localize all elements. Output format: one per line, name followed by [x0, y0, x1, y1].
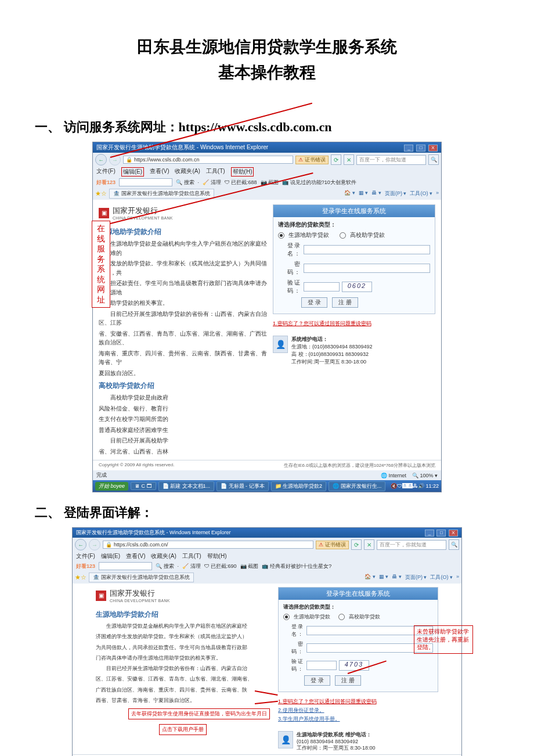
toolbar-search[interactable]: 🔍 搜索: [176, 179, 194, 186]
user-manual-link[interactable]: 3.学生用户系统使用手册。: [278, 715, 438, 723]
refresh-button[interactable]: ⟳: [351, 539, 362, 550]
minimize-button[interactable]: _: [404, 145, 413, 152]
address-bar[interactable]: 🔒 https://www.csls.cdb.com.cn: [123, 156, 293, 164]
menu-help[interactable]: 帮助(H): [231, 167, 254, 177]
close-button[interactable]: X: [428, 145, 438, 152]
menu-file[interactable]: 文件(F): [96, 167, 116, 177]
toolbar-topic[interactable]: 📺 说见过的功能?10大创意软件: [282, 179, 356, 186]
callout-download-manual: 点击下载用户手册: [159, 724, 207, 735]
menu-view[interactable]: 查看(V): [126, 552, 145, 560]
tools-menu[interactable]: 工具(O) ▾: [430, 574, 453, 581]
toolbar-clean[interactable]: 🧹 清理: [182, 563, 201, 570]
search-button[interactable]: 🔍: [428, 154, 439, 165]
menu-help[interactable]: 帮助(H): [207, 552, 227, 560]
captcha-input[interactable]: [306, 661, 337, 670]
bank-logo: ▣ 国家开发银行 CHINA DEVELOPMENT BANK: [96, 587, 270, 606]
maximize-button[interactable]: □: [416, 145, 425, 152]
start-button[interactable]: 开始 boyee: [95, 482, 128, 491]
overflow-icon[interactable]: »: [436, 190, 439, 197]
hao123-logo[interactable]: 好看123: [96, 179, 116, 186]
toolbar-dropdown[interactable]: [119, 178, 172, 186]
username-input[interactable]: [304, 245, 430, 254]
menu-fav[interactable]: 收藏夹(A): [175, 167, 200, 177]
tools-menu[interactable]: 工具(O) ▾: [410, 190, 432, 197]
toolbar-block[interactable]: 🛡 已拦截:690: [204, 563, 237, 570]
menu-edit[interactable]: 编辑(E): [101, 552, 120, 560]
search-button[interactable]: 🔍: [449, 539, 459, 550]
menu-edit[interactable]: 编辑(E): [121, 167, 144, 177]
address-bar[interactable]: 🔒 https://csls.cdb.com.cn/: [103, 541, 313, 549]
register-button[interactable]: 注 册: [332, 297, 358, 308]
feed-icon[interactable]: ▦ ▾: [379, 574, 389, 581]
menu-view[interactable]: 查看(V): [150, 167, 169, 177]
status-zoom[interactable]: 🔍 100% ▾: [412, 473, 438, 478]
browser-tab[interactable]: 🏦 国家开发银行生源地助学贷款信息系统: [109, 189, 214, 199]
browser-tab[interactable]: 🏦 国家开发银行生源地助学贷款信息系统: [89, 573, 194, 582]
cert-error-badge[interactable]: ⚠ 证书错误: [316, 541, 349, 549]
password-input[interactable]: [304, 264, 430, 273]
toolbar-clean[interactable]: 🧹 清理: [203, 179, 221, 186]
home-icon[interactable]: 🏠 ▾: [365, 574, 376, 581]
page-menu[interactable]: 页面(P) ▾: [385, 190, 407, 197]
menu-tools[interactable]: 工具(T): [182, 552, 201, 560]
taskbar-item[interactable]: 📁 生源地助学贷款2: [271, 481, 327, 491]
toolbar-block[interactable]: 🛡 已拦截:688: [225, 179, 257, 186]
maximize-button[interactable]: □: [436, 530, 446, 537]
stop-button[interactable]: ✕: [364, 539, 374, 550]
minimize-button[interactable]: _: [425, 530, 434, 537]
captcha-image[interactable]: 0602: [342, 282, 372, 292]
loan-type-radio-1[interactable]: [278, 232, 284, 239]
stop-button[interactable]: ✕: [344, 154, 354, 165]
loan-type-label: 请选择您的贷款类型：: [283, 603, 433, 611]
print-icon[interactable]: 🖶 ▾: [392, 574, 402, 581]
home-icon[interactable]: 🏠 ▾: [344, 190, 355, 197]
forgot-password-link[interactable]: 1.密码忘了？您可以通过回答问题重设密码: [273, 320, 435, 327]
forgot-password-link[interactable]: 1.密码忘了？您可以通过回答问题重设密码: [278, 698, 438, 705]
menu-file[interactable]: 文件(F): [76, 552, 95, 560]
quicklaunch[interactable]: 🖥 C 🗔: [131, 482, 156, 490]
toolbar-topic[interactable]: 📺 经典看好被抄!十位生星女?: [262, 563, 331, 570]
login-button[interactable]: 登 录: [301, 297, 327, 308]
page-menu[interactable]: 页面(P) ▾: [405, 574, 427, 581]
cert-error-badge[interactable]: ⚠ 证书错误: [295, 156, 329, 164]
refresh-button[interactable]: ⟳: [331, 154, 341, 165]
gx-heading: 高校助学贷款介绍: [99, 381, 267, 391]
loan-type-radio-2[interactable]: [338, 614, 345, 620]
menu-tools[interactable]: 工具(T): [206, 167, 225, 177]
hao123-logo[interactable]: 好看123: [76, 563, 95, 570]
feed-icon[interactable]: ▦ ▾: [359, 190, 369, 197]
section-2-heading: 二、 登陆界面详解：: [35, 504, 499, 521]
taskbar-item[interactable]: 📄 新建 文本文档1...: [158, 481, 215, 491]
loan-type-radio-2[interactable]: [340, 232, 346, 239]
toolbar-dropdown[interactable]: [99, 562, 152, 570]
captcha-label: 验证码：: [283, 658, 304, 673]
loan-type-radio-1[interactable]: [283, 614, 290, 620]
favorites-icon[interactable]: ★☆: [75, 574, 86, 581]
status-done: 完成: [96, 471, 107, 479]
search-box[interactable]: 百度一下，你就知道: [356, 155, 426, 165]
toolbar-screenshot[interactable]: 📷 截图: [240, 563, 259, 570]
bank-logo-icon: ▣: [96, 591, 106, 601]
menu-fav[interactable]: 收藏夹(A): [151, 552, 176, 560]
taskbar-item[interactable]: 📄 无标题 - 记事本: [217, 481, 269, 491]
login-button[interactable]: 登 录: [304, 675, 330, 686]
search-box[interactable]: 百度一下，你就知道: [377, 540, 446, 550]
intro-text: 省、安徽省、江西省、青岛市、山东省、湖北省、湖南省、广西壮族自治区、: [99, 329, 267, 347]
overflow-icon[interactable]: »: [456, 574, 459, 581]
id-login-link[interactable]: 2.使用身份证登录。: [278, 707, 438, 714]
forward-button[interactable]: →: [89, 539, 100, 550]
menu-bar: 文件(F) 编辑(E) 查看(V) 收藏夹(A) 工具(T) 帮助(H): [73, 552, 461, 561]
register-button[interactable]: 注 册: [335, 675, 361, 686]
password-label: 密 码：: [278, 260, 301, 276]
print-icon[interactable]: 🖶 ▾: [371, 190, 381, 197]
toolbar-search[interactable]: 🔍 搜索: [156, 563, 174, 570]
captcha-input[interactable]: [304, 282, 340, 291]
captcha-image[interactable]: 4703: [339, 660, 369, 671]
back-button[interactable]: ←: [75, 539, 86, 550]
favorites-icon[interactable]: ★☆: [95, 190, 107, 197]
taskbar-item[interactable]: 🌐 国家开发银行生...: [329, 481, 385, 491]
system-tray[interactable]: 🔇🛡🅰🅰🖧🔊 11:22: [391, 483, 439, 489]
support-avatar-icon: 👤: [273, 336, 288, 353]
close-button[interactable]: X: [449, 530, 458, 537]
back-button[interactable]: ←: [95, 154, 107, 165]
